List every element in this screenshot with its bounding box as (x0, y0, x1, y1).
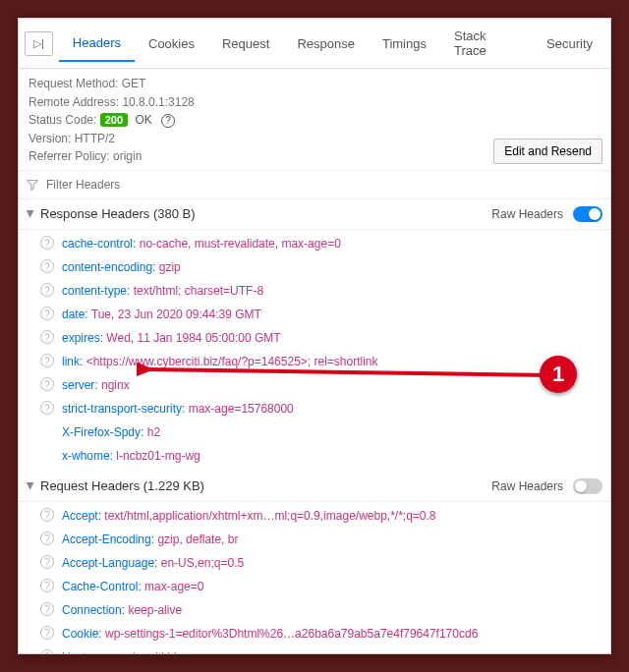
header-row: ?strict-transport-security: max-age=1576… (19, 397, 610, 420)
header-key: Connection (62, 603, 122, 617)
version-value: HTTP/2 (75, 132, 115, 145)
response-headers-list: 1 ?cache-control: no-cache, must-revalid… (19, 230, 610, 472)
header-row: ?content-type: text/html; charset=UTF-8 (19, 279, 610, 303)
header-help-icon[interactable]: ? (40, 354, 54, 367)
header-value: gzip (159, 260, 181, 274)
response-raw-toggle[interactable] (573, 206, 602, 222)
header-key: x-whome (62, 449, 110, 463)
header-row: ?Cookie: wp-settings-1=editor%3Dhtml%26…… (19, 622, 610, 645)
tabs-bar: ▷| Headers Cookies Request Response Timi… (19, 19, 610, 69)
request-headers-title: Request Headers (1.229 KB) (40, 478, 486, 493)
request-headers-heading[interactable]: ▶ Request Headers (1.229 KB) Raw Headers (19, 472, 610, 502)
network-details-panel: ▷| Headers Cookies Request Response Timi… (18, 18, 611, 654)
tab-response[interactable]: Response (283, 27, 369, 61)
header-kv: link: <https://www.cyberciti.biz/faq/?p=… (62, 353, 378, 370)
header-help-icon[interactable]: ? (40, 532, 54, 545)
header-key: expires (62, 331, 100, 345)
header-help-icon[interactable]: ? (40, 307, 54, 320)
tab-headers[interactable]: Headers (59, 26, 135, 62)
header-value: text/html,application/xhtml+xm…ml;q=0.9,… (104, 509, 435, 523)
header-help-icon[interactable]: ? (40, 377, 54, 391)
header-key: Accept-Encoding (62, 532, 151, 546)
request-summary: Request Method: GET Remote Address: 10.8… (19, 69, 610, 171)
header-row: ?x-whome: l-ncbz01-mg-wg (19, 444, 610, 468)
header-help-icon[interactable]: ? (40, 626, 54, 640)
header-row: ?Accept-Language: en-US,en;q=0.5 (19, 551, 610, 575)
header-key: Accept-Language (62, 556, 154, 570)
header-row: ?X-Firefox-Spdy: h2 (19, 420, 610, 444)
header-value: nginx (101, 378, 130, 392)
header-value: <https://www.cyberciti.biz/faq/?p=146525… (86, 355, 378, 368)
header-value: no-cache, must-revalidate, max-age=0 (140, 237, 341, 251)
header-kv: Accept-Language: en-US,en;q=0.5 (62, 554, 244, 572)
header-help-icon[interactable]: ? (40, 283, 54, 297)
header-value: h2 (147, 425, 160, 439)
request-method-value: GET (122, 77, 146, 90)
header-value: en-US,en;q=0.5 (161, 556, 244, 570)
header-row: ?Host: www.cyberciti.biz (19, 645, 610, 654)
header-row: ?expires: Wed, 11 Jan 1984 05:00:00 GMT (19, 326, 610, 350)
header-row: ?Accept: text/html,application/xhtml+xm…… (19, 504, 610, 528)
referrer-policy-value: origin (113, 149, 142, 163)
header-kv: content-encoding: gzip (62, 258, 181, 276)
header-key: link (62, 355, 80, 368)
header-kv: X-Firefox-Spdy: h2 (62, 423, 160, 441)
header-row: ?date: Tue, 23 Jun 2020 09:44:39 GMT (19, 303, 610, 326)
version-label: Version: (29, 132, 71, 145)
header-value: l-ncbz01-mg-wg (116, 449, 200, 463)
response-headers-heading[interactable]: ▶ Response Headers (380 B) Raw Headers (19, 199, 610, 230)
remote-address-value: 10.8.0.1:3128 (122, 95, 194, 109)
chevron-down-icon: ▶ (26, 482, 36, 490)
header-value: keep-alive (128, 603, 182, 617)
header-kv: date: Tue, 23 Jun 2020 09:44:39 GMT (62, 306, 261, 323)
tab-cookies[interactable]: Cookies (135, 27, 208, 61)
filter-bar (19, 171, 610, 199)
header-kv: strict-transport-security: max-age=15768… (62, 400, 294, 418)
header-key: Cache-Control (62, 580, 138, 593)
header-kv: server: nginx (62, 376, 130, 394)
raw-headers-label: Raw Headers (491, 207, 563, 221)
header-value: wp-settings-1=editor%3Dhtml%26…a26ba6a79… (105, 627, 478, 641)
status-text: OK (135, 113, 151, 127)
header-help-icon[interactable]: ? (40, 555, 54, 569)
header-row: ?server: nginx (19, 373, 610, 397)
header-help-icon[interactable]: ? (40, 401, 54, 415)
header-help-icon[interactable]: ? (40, 259, 54, 273)
header-help-icon[interactable]: ? (40, 579, 54, 592)
chevron-down-icon: ▶ (26, 210, 36, 218)
header-row: ?Cache-Control: max-age=0 (19, 575, 610, 598)
header-help-icon[interactable]: ? (40, 508, 54, 522)
header-kv: Host: www.cyberciti.biz (62, 648, 183, 654)
funnel-icon (27, 179, 38, 191)
header-kv: Cache-Control: max-age=0 (62, 578, 203, 595)
header-key: content-encoding (62, 260, 152, 274)
toggle-panel-icon[interactable]: ▷| (25, 31, 53, 56)
header-kv: x-whome: l-ncbz01-mg-wg (62, 447, 200, 465)
header-key: server (62, 378, 94, 392)
header-key: strict-transport-security (62, 402, 182, 416)
status-code-label: Status Code: (29, 113, 96, 127)
header-value: max-age=0 (144, 580, 203, 593)
request-raw-toggle[interactable] (573, 478, 602, 494)
header-help-icon[interactable]: ? (40, 602, 54, 616)
tab-security[interactable]: Security (533, 27, 606, 61)
header-help-icon[interactable]: ? (40, 236, 54, 250)
header-key: Cookie (62, 627, 98, 641)
header-row: ?cache-control: no-cache, must-revalidat… (19, 232, 610, 255)
header-value: Wed, 11 Jan 1984 05:00:00 GMT (106, 331, 280, 345)
filter-headers-input[interactable] (44, 177, 602, 193)
header-help-icon[interactable]: ? (40, 649, 54, 654)
tab-request[interactable]: Request (208, 27, 283, 61)
header-value: www.cyberciti.biz (92, 650, 182, 654)
header-row: ?content-encoding: gzip (19, 255, 610, 279)
header-row: ?Accept-Encoding: gzip, deflate, br (19, 528, 610, 551)
header-value: Tue, 23 Jun 2020 09:44:39 GMT (91, 308, 261, 321)
header-help-icon[interactable]: ? (40, 330, 54, 344)
tab-timings[interactable]: Timings (369, 27, 440, 61)
response-headers-title: Response Headers (380 B) (40, 206, 486, 221)
edit-resend-button[interactable]: Edit and Resend (493, 139, 602, 164)
tab-stack-trace[interactable]: Stack Trace (440, 19, 533, 68)
header-value: text/html; charset=UTF-8 (134, 284, 263, 298)
status-help-icon[interactable]: ? (161, 114, 175, 128)
remote-address-label: Remote Address: (29, 95, 119, 109)
